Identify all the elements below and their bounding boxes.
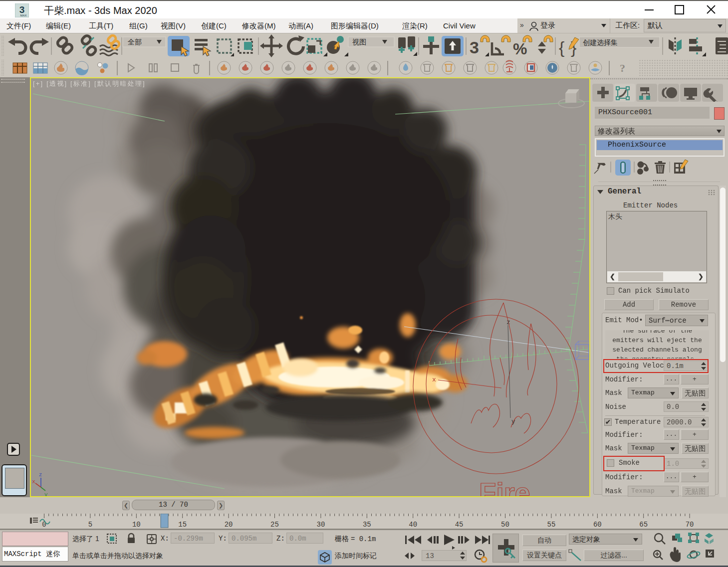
svg-text:全部: 全部 bbox=[128, 38, 142, 46]
svg-text:20: 20 bbox=[225, 521, 233, 529]
svg-text:30: 30 bbox=[316, 521, 325, 529]
svg-text:视图: 视图 bbox=[352, 38, 366, 46]
svg-text:%: % bbox=[513, 40, 527, 58]
svg-text:MAX: MAX bbox=[20, 14, 26, 17]
svg-text:50: 50 bbox=[501, 521, 509, 529]
svg-text:Fire: Fire bbox=[479, 477, 530, 496]
svg-text:55: 55 bbox=[547, 521, 555, 529]
svg-text:[+] [透视] [标准] [默认明暗处理]: [+] [透视] [标准] [默认明暗处理] bbox=[33, 80, 146, 87]
svg-text:15: 15 bbox=[178, 521, 187, 529]
svg-text:35: 35 bbox=[363, 521, 371, 529]
svg-text:x: x bbox=[32, 479, 35, 485]
svg-text:z: z bbox=[39, 472, 42, 478]
svg-text:45: 45 bbox=[455, 521, 464, 529]
svg-text:3: 3 bbox=[19, 4, 25, 15]
svg-text:65: 65 bbox=[639, 521, 648, 529]
svg-text:3: 3 bbox=[470, 38, 479, 57]
svg-text:x: x bbox=[432, 376, 436, 383]
svg-text:25: 25 bbox=[270, 521, 279, 529]
svg-text:y: y bbox=[44, 492, 48, 496]
svg-text:?: ? bbox=[620, 62, 625, 74]
svg-text:10: 10 bbox=[132, 521, 141, 529]
svg-text:创建选择集: 创建选择集 bbox=[583, 38, 618, 46]
svg-text:z: z bbox=[506, 319, 510, 326]
svg-text:70: 70 bbox=[686, 521, 694, 529]
svg-text:y: y bbox=[511, 418, 515, 425]
svg-text:{: { bbox=[559, 38, 564, 57]
svg-text:5: 5 bbox=[88, 521, 92, 529]
svg-text:0: 0 bbox=[42, 521, 46, 529]
svg-text:40: 40 bbox=[409, 521, 417, 529]
svg-text:60: 60 bbox=[593, 521, 602, 529]
